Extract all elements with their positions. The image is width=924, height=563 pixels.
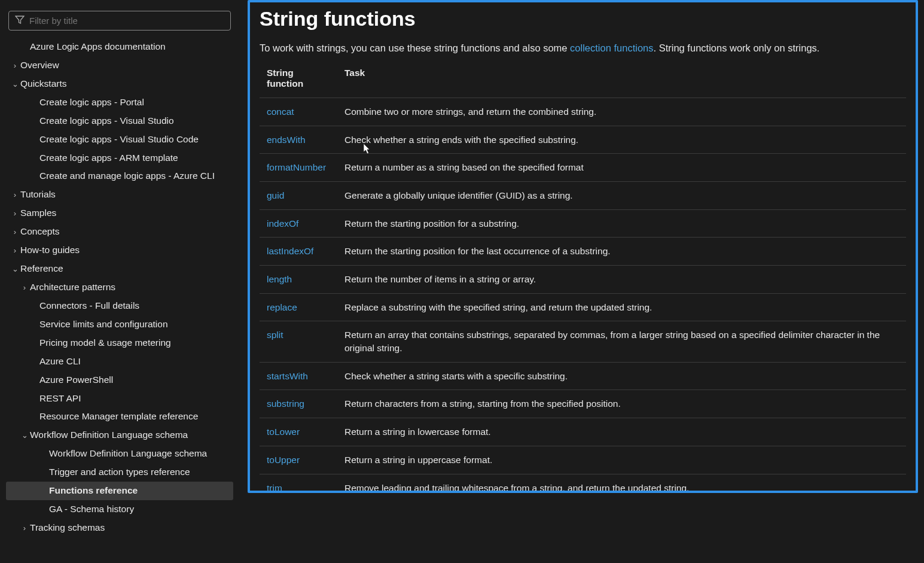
function-task: Return a number as a string based on the… xyxy=(337,154,906,182)
nav-item[interactable]: ·GA - Schema history xyxy=(6,500,233,519)
spacer-icon: · xyxy=(30,115,38,126)
function-task: Replace a substring with the specified s… xyxy=(337,293,906,321)
function-task: Return the starting position for a subst… xyxy=(337,209,906,238)
function-link[interactable]: formatNumber xyxy=(267,162,326,172)
function-task: Generate a globally unique identifier (G… xyxy=(337,181,906,209)
nav-item[interactable]: ·Service limits and configuration xyxy=(6,315,233,334)
function-link[interactable]: replace xyxy=(267,302,297,312)
table-row: splitReturn an array that contains subst… xyxy=(260,321,906,362)
nav-item-label: Reference xyxy=(20,263,230,275)
collection-functions-link[interactable]: collection functions xyxy=(570,42,653,53)
nav-item[interactable]: ·Create logic apps - Visual Studio Code xyxy=(6,130,233,149)
filter-input[interactable] xyxy=(29,16,224,26)
nav-item[interactable]: ⌄Reference xyxy=(6,260,233,278)
nav-item-label: Create logic apps - ARM template xyxy=(39,152,230,165)
nav-item[interactable]: ⌄Quickstarts xyxy=(6,75,233,93)
nav-item-label: Samples xyxy=(20,207,230,220)
nav-item-label: Azure CLI xyxy=(39,355,230,368)
page-title: String functions xyxy=(260,7,906,31)
table-header-function: String function xyxy=(260,64,337,98)
function-link[interactable]: substring xyxy=(267,398,304,409)
spacer-icon: · xyxy=(30,375,38,385)
nav-item[interactable]: ·Trigger and action types reference xyxy=(6,463,233,482)
nav-item-label: How-to guides xyxy=(20,244,230,257)
chevron-down-icon: ⌄ xyxy=(20,430,29,441)
article-string-functions: String functions To work with strings, y… xyxy=(248,0,918,493)
table-row: replaceReplace a substring with the spec… xyxy=(260,293,906,321)
nav-item[interactable]: ·Azure PowerShell xyxy=(6,371,233,389)
function-link[interactable]: indexOf xyxy=(267,218,298,229)
function-task: Combine two or more strings, and return … xyxy=(337,98,906,126)
table-row: lastIndexOfReturn the starting position … xyxy=(260,238,906,266)
function-link[interactable]: trim xyxy=(267,483,282,493)
table-row: lengthReturn the number of items in a st… xyxy=(260,266,906,294)
spacer-icon: · xyxy=(30,412,38,422)
nav-item-label: Create and manage logic apps - Azure CLI xyxy=(39,170,230,182)
function-task: Return a string in uppercase format. xyxy=(337,446,906,474)
filter-icon xyxy=(15,15,25,26)
nav-item[interactable]: ·Workflow Definition Language schema xyxy=(6,445,233,463)
intro-paragraph: To work with strings, you can use these … xyxy=(260,41,906,56)
nav-item[interactable]: ·Create logic apps - Portal xyxy=(6,93,233,112)
spacer-icon: · xyxy=(30,97,38,108)
nav-item[interactable]: ·Azure CLI xyxy=(6,352,233,371)
chevron-right-icon: › xyxy=(11,227,19,238)
spacer-icon: · xyxy=(20,42,29,53)
nav-item[interactable]: ›Concepts xyxy=(6,223,233,241)
nav-item[interactable]: ·Resource Manager template reference xyxy=(6,407,233,426)
filter-by-title[interactable] xyxy=(8,11,231,31)
nav-item[interactable]: ·Pricing model & usage metering xyxy=(6,334,233,352)
function-link[interactable]: endsWith xyxy=(267,135,306,145)
chevron-right-icon: › xyxy=(20,523,29,534)
nav-item[interactable]: ›Tutorials xyxy=(6,185,233,204)
nav-item-label: Quickstarts xyxy=(20,78,230,90)
table-row: trimRemove leading and trailing whitespa… xyxy=(260,474,906,493)
function-task: Check whether a string starts with a spe… xyxy=(337,362,906,390)
function-link[interactable]: guid xyxy=(267,190,284,200)
function-link[interactable]: lastIndexOf xyxy=(267,246,313,256)
function-link[interactable]: toLower xyxy=(267,427,300,437)
nav-item[interactable]: ·Create and manage logic apps - Azure CL… xyxy=(6,167,233,185)
table-row: endsWithCheck whether a string ends with… xyxy=(260,126,906,154)
intro-text-pre: To work with strings, you can use these … xyxy=(260,42,570,53)
chevron-down-icon: ⌄ xyxy=(11,79,19,90)
function-link[interactable]: toUpper xyxy=(267,455,300,465)
nav-item[interactable]: ·Create logic apps - ARM template xyxy=(6,149,233,168)
chevron-right-icon: › xyxy=(11,190,19,200)
spacer-icon: · xyxy=(30,319,38,330)
nav-item-label: Overview xyxy=(20,59,230,72)
function-task: Return characters from a string, startin… xyxy=(337,390,906,418)
spacer-icon: · xyxy=(30,171,38,182)
chevron-down-icon: ⌄ xyxy=(11,264,19,275)
table-row: toUpperReturn a string in uppercase form… xyxy=(260,446,906,474)
function-link[interactable]: concat xyxy=(267,106,294,117)
nav-item[interactable]: ·Create logic apps - Visual Studio xyxy=(6,112,233,130)
nav-item[interactable]: ›How-to guides xyxy=(6,241,233,260)
function-task: Check whether a string ends with the spe… xyxy=(337,126,906,154)
nav-item-label: Azure Logic Apps documentation xyxy=(30,41,230,53)
nav-item[interactable]: ·REST API xyxy=(6,389,233,408)
nav-item[interactable]: ›Overview xyxy=(6,56,233,75)
spacer-icon: · xyxy=(39,486,48,497)
nav-item-label: Tracking schemas xyxy=(30,522,230,534)
spacer-icon: · xyxy=(30,134,38,145)
nav-item[interactable]: ·Azure Logic Apps documentation xyxy=(6,38,233,56)
table-row: guidGenerate a globally unique identifie… xyxy=(260,181,906,209)
function-link[interactable]: split xyxy=(267,330,283,340)
string-functions-table: String function Task concatCombine two o… xyxy=(260,64,906,493)
function-task: Return a string in lowercase format. xyxy=(337,418,906,446)
function-link[interactable]: startsWith xyxy=(267,371,308,381)
nav-item-label: Architecture patterns xyxy=(30,281,230,294)
table-row: startsWithCheck whether a string starts … xyxy=(260,362,906,390)
nav-item[interactable]: ⌄Workflow Definition Language schema xyxy=(6,426,233,445)
table-row: formatNumberReturn a number as a string … xyxy=(260,154,906,182)
function-link[interactable]: length xyxy=(267,274,292,284)
table-row: toLowerReturn a string in lowercase form… xyxy=(260,418,906,446)
nav-item[interactable]: ›Tracking schemas xyxy=(6,519,233,537)
spacer-icon: · xyxy=(30,356,38,367)
nav-item[interactable]: ·Connectors - Full details xyxy=(6,297,233,315)
nav-item[interactable]: ›Samples xyxy=(6,204,233,223)
nav-item[interactable]: ·Functions reference xyxy=(6,482,233,500)
spacer-icon: · xyxy=(30,301,38,312)
nav-item[interactable]: ›Architecture patterns xyxy=(6,278,233,297)
